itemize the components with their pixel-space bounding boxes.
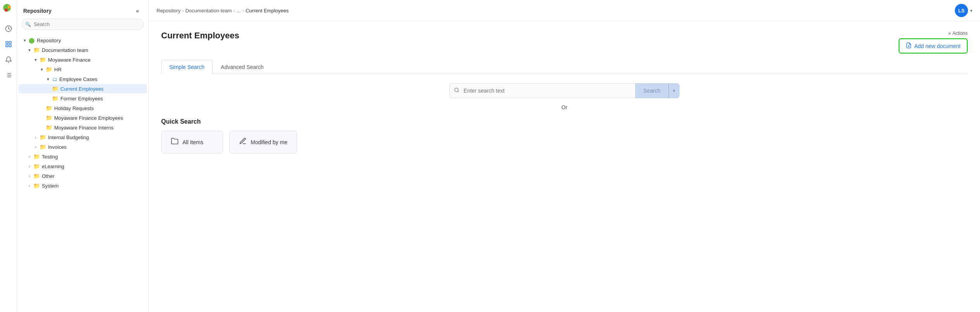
tree-item-other[interactable]: › 📁 Other xyxy=(19,171,147,181)
notifications-icon[interactable] xyxy=(2,53,15,67)
or-divider: Or xyxy=(161,104,968,110)
tree-item-elearning[interactable]: › 📁 eLearning xyxy=(19,162,147,171)
svg-point-1 xyxy=(8,5,11,9)
chevron-doc-team: ▼ xyxy=(26,47,33,53)
tree-label-former-employees: Former Employees xyxy=(60,96,144,102)
avatar-dropdown-caret[interactable]: ▾ xyxy=(970,9,972,13)
icon-rail xyxy=(0,0,17,312)
breadcrumb-ellipsis[interactable]: ... xyxy=(237,8,241,14)
content-area: Current Employees » Actions Add new docu… xyxy=(149,21,980,312)
tree-label-internal-budgeting: Internal Budgeting xyxy=(48,134,144,140)
breadcrumb-doc-team[interactable]: Documentation team xyxy=(185,8,232,14)
tab-simple-search[interactable]: Simple Search xyxy=(161,60,213,74)
tree-label-testing: Testing xyxy=(42,154,144,160)
main-area: Repository › Documentation team › ... › … xyxy=(149,0,980,312)
tab-advanced-search[interactable]: Advanced Search xyxy=(213,60,272,74)
breadcrumb-sep-3: › xyxy=(242,8,244,14)
folder-icon-invoices: 📁 xyxy=(40,144,46,150)
add-doc-label: Add new document xyxy=(914,43,961,49)
tree-item-repository[interactable]: ▼ ⬤ Repository xyxy=(19,36,147,45)
tree-item-employee-cases[interactable]: ▼ 🗂 Employee Cases xyxy=(19,74,147,84)
folder-icon-holiday-requests: 📁 xyxy=(46,105,52,111)
add-doc-icon xyxy=(906,42,912,50)
chevron-system: › xyxy=(26,183,33,189)
tab-bar: Simple Search Advanced Search xyxy=(161,60,968,74)
folder-icon-hr: 📁 xyxy=(46,66,52,72)
tree-item-mf-interns[interactable]: 📁 Moyaware Finance Interns xyxy=(19,123,147,132)
sidebar-search-input[interactable] xyxy=(22,19,144,30)
tree-item-former-employees[interactable]: 📁 Former Employees xyxy=(19,94,147,103)
svg-rect-7 xyxy=(9,45,11,47)
folder-icon-employee-cases: 🗂 xyxy=(52,76,57,82)
sidebar-search-icon: 🔍 xyxy=(25,22,31,27)
tree-item-testing[interactable]: › 📁 Testing xyxy=(19,152,147,161)
actions-label: » Actions xyxy=(948,31,968,36)
search-dropdown-button[interactable]: ▾ xyxy=(669,83,679,98)
chevron-employee-cases: ▼ xyxy=(45,76,51,82)
svg-rect-5 xyxy=(9,41,11,43)
tree-label-other: Other xyxy=(42,173,144,179)
folder-icon-mf-employees: 📁 xyxy=(46,115,52,121)
folder-icon-current-employees: 📁 xyxy=(52,86,58,92)
chevron-elearning: › xyxy=(26,163,33,169)
tree-item-doc-team[interactable]: ▼ 📁 Documentation team xyxy=(19,45,147,55)
svg-rect-6 xyxy=(6,45,8,47)
recent-icon[interactable] xyxy=(2,22,15,36)
quick-card-all-items[interactable]: All Items xyxy=(161,131,223,153)
page-title: Current Employees xyxy=(161,31,239,41)
folder-icon-internal-budgeting: 📁 xyxy=(40,134,46,140)
search-input[interactable] xyxy=(449,83,635,98)
topbar: Repository › Documentation team › ... › … xyxy=(149,0,980,21)
search-button[interactable]: Search xyxy=(635,83,669,98)
folder-icon-repository: ⬤ xyxy=(29,37,35,43)
tree-label-current-employees: Current Employees xyxy=(60,86,144,92)
folder-icon-elearning: 📁 xyxy=(33,163,40,169)
tree-item-moyaware-finance[interactable]: ▼ 📁 Moyaware Finance xyxy=(19,55,147,64)
modified-by-me-icon xyxy=(239,137,247,147)
tasks-icon[interactable] xyxy=(2,68,15,82)
tree-label-system: System xyxy=(42,183,144,189)
breadcrumb-repository[interactable]: Repository xyxy=(156,8,181,14)
chevron-testing: › xyxy=(26,153,33,160)
chevron-internal-budgeting: › xyxy=(33,134,39,140)
tree-item-holiday-requests[interactable]: 📁 Holiday Requests xyxy=(19,103,147,113)
all-items-label: All Items xyxy=(182,139,203,145)
actions-section: » Actions Add new document xyxy=(899,31,968,53)
search-button-group: Search ▾ xyxy=(635,83,679,98)
add-new-document-button[interactable]: Add new document xyxy=(899,38,968,53)
breadcrumb-sep-2: › xyxy=(233,8,235,14)
chevron-other: › xyxy=(26,173,33,179)
breadcrumb: Repository › Documentation team › ... › … xyxy=(156,8,952,14)
breadcrumb-current: Current Employees xyxy=(246,8,289,14)
tree-item-internal-budgeting[interactable]: › 📁 Internal Budgeting xyxy=(19,133,147,142)
folder-icon-testing: 📁 xyxy=(33,153,40,160)
chevron-moyaware-finance: ▼ xyxy=(33,57,39,63)
tree-label-elearning: eLearning xyxy=(42,164,144,169)
chevron-invoices: › xyxy=(33,144,39,150)
tree-item-invoices[interactable]: › 📁 Invoices xyxy=(19,142,147,152)
tree-label-invoices: Invoices xyxy=(48,144,144,150)
actions-arrows-icon: » xyxy=(948,31,951,36)
svg-line-17 xyxy=(458,91,459,92)
tree-label-doc-team: Documentation team xyxy=(42,47,144,53)
folder-icon-moyaware-finance: 📁 xyxy=(40,57,46,63)
user-avatar[interactable]: LS xyxy=(955,4,968,17)
tree-label-hr: HR xyxy=(54,67,144,72)
sidebar: Repository « 🔍 ▼ ⬤ Repository ▼ 📁 Docume… xyxy=(17,0,149,312)
sidebar-collapse-button[interactable]: « xyxy=(133,6,142,16)
search-input-wrap xyxy=(449,83,635,98)
search-input-icon xyxy=(454,88,459,94)
tree-item-system[interactable]: › 📁 System xyxy=(19,181,147,190)
sidebar-tree: ▼ ⬤ Repository ▼ 📁 Documentation team ▼ … xyxy=(17,34,148,312)
folder-icon-doc-team: 📁 xyxy=(33,47,40,53)
app-logo xyxy=(2,3,15,16)
svg-point-2 xyxy=(5,9,8,12)
tree-item-current-employees[interactable]: 📁 Current Employees xyxy=(19,84,147,93)
chevron-repository: ▼ xyxy=(22,37,28,43)
modified-by-me-label: Modified by me xyxy=(251,139,287,145)
svg-rect-4 xyxy=(6,41,8,43)
tree-item-hr[interactable]: ▼ 📁 HR xyxy=(19,65,147,74)
tree-item-mf-employees[interactable]: 📁 Moyaware Finance Employees xyxy=(19,113,147,122)
quick-card-modified-by-me[interactable]: Modified by me xyxy=(229,131,297,153)
repository-icon[interactable] xyxy=(2,37,15,51)
